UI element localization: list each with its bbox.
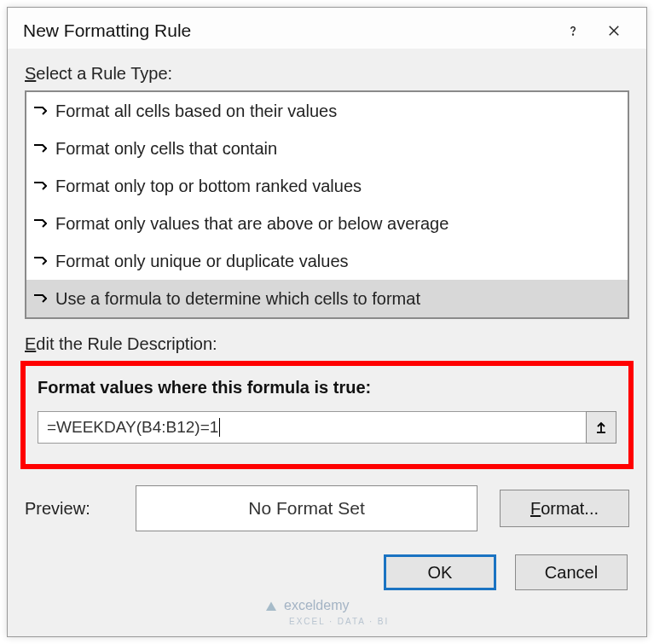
- watermark-tagline: EXCEL · DATA · BI: [289, 617, 389, 626]
- bullet-icon: [33, 219, 52, 228]
- rule-type-item[interactable]: Format only cells that contain: [26, 130, 628, 167]
- bullet-icon: [33, 294, 52, 303]
- formula-row: =WEEKDAY(B4:B12)=1: [38, 411, 616, 444]
- rule-type-item[interactable]: Format only unique or duplicate values: [26, 242, 628, 280]
- rule-type-label: Format all cells based on their values: [55, 97, 337, 125]
- rule-type-item[interactable]: Use a formula to determine which cells t…: [26, 280, 628, 317]
- rule-type-label: Format only values that are above or bel…: [55, 210, 449, 237]
- formula-input[interactable]: =WEEKDAY(B4:B12)=1: [38, 411, 586, 444]
- help-button[interactable]: [553, 14, 593, 48]
- preview-box: No Format Set: [136, 485, 477, 531]
- new-formatting-rule-dialog: New Formatting Rule Select a Rule Type: …: [7, 7, 647, 637]
- svg-point-0: [573, 34, 574, 35]
- ok-button[interactable]: OK: [384, 554, 496, 590]
- formula-highlight-box: Format values where this formula is true…: [20, 361, 634, 469]
- bullet-icon: [33, 107, 52, 115]
- preview-text: No Format Set: [248, 498, 365, 519]
- rule-type-item[interactable]: Format only top or bottom ranked values: [26, 167, 628, 205]
- cancel-button[interactable]: Cancel: [515, 554, 628, 590]
- rule-type-label: Format only cells that contain: [55, 135, 277, 162]
- dialog-button-row: OK Cancel: [8, 536, 646, 599]
- rule-type-item[interactable]: Format only values that are above or bel…: [26, 205, 628, 242]
- close-button[interactable]: [593, 14, 634, 48]
- rule-type-label: Format only top or bottom ranked values: [55, 172, 362, 200]
- bullet-icon: [33, 257, 52, 265]
- select-rule-type-label: Select a Rule Type:: [25, 64, 646, 84]
- rule-type-item[interactable]: Format all cells based on their values: [26, 92, 628, 130]
- svg-marker-5: [266, 602, 276, 612]
- rule-type-label: Use a formula to determine which cells t…: [55, 285, 420, 312]
- preview-row: Preview: No Format Set Format...: [25, 481, 629, 536]
- rule-type-list: Format all cells based on their values F…: [25, 90, 629, 319]
- formula-section-label: Format values where this formula is true…: [38, 378, 616, 397]
- dialog-title: New Formatting Rule: [23, 20, 553, 41]
- rule-type-label: Format only unique or duplicate values: [55, 247, 349, 275]
- preview-label: Preview:: [25, 499, 136, 519]
- bullet-icon: [33, 182, 52, 190]
- watermark: exceldemy: [263, 598, 349, 613]
- titlebar: New Formatting Rule: [8, 8, 646, 49]
- bullet-icon: [33, 144, 52, 153]
- collapse-dialog-button[interactable]: [586, 411, 616, 444]
- formula-input-value: =WEEKDAY(B4:B12)=1: [47, 418, 218, 437]
- text-caret: [219, 418, 220, 437]
- edit-rule-description-label: Edit the Rule Description:: [25, 334, 646, 354]
- format-button[interactable]: Format...: [500, 490, 629, 527]
